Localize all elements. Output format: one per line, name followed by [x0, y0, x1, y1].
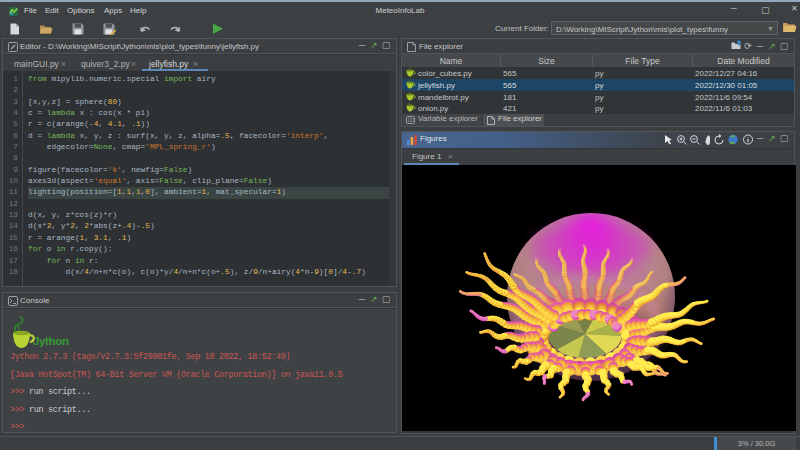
svg-text:101: 101	[408, 118, 416, 123]
svg-text:Jython: Jython	[33, 335, 69, 347]
